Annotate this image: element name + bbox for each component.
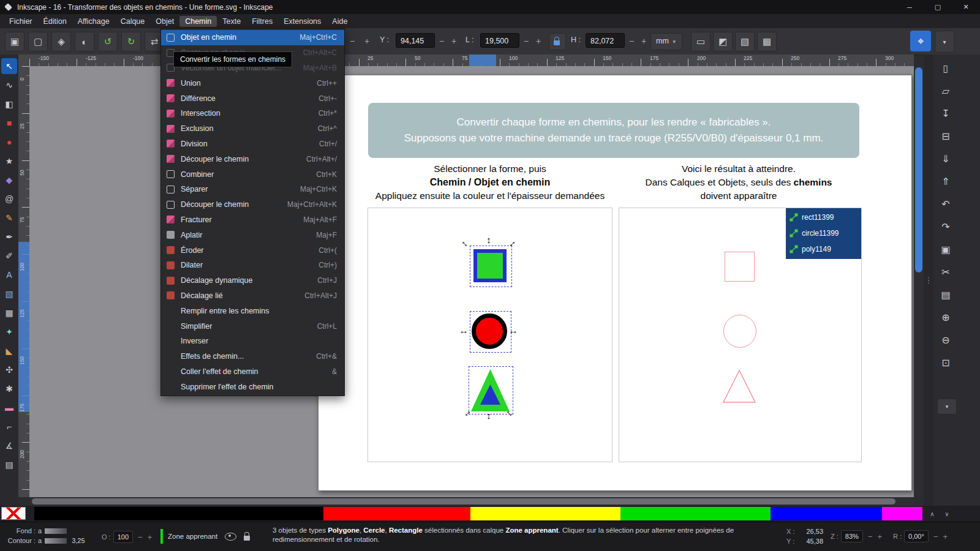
green-triangle-shape[interactable] bbox=[469, 367, 511, 413]
menu-item-exclusion-6[interactable]: ExclusionCtrl+^ bbox=[161, 121, 344, 137]
menu-texte[interactable]: Texte bbox=[217, 16, 246, 27]
snap-toggle-button[interactable]: ⌖ bbox=[910, 31, 931, 51]
scale-stroke-toggle[interactable]: ▭ bbox=[691, 32, 710, 51]
object-list-item-poly1149[interactable]: poly1149 bbox=[786, 241, 861, 257]
dock-collapse-button[interactable]: ▾ bbox=[937, 399, 957, 414]
menu-item-combiner-9[interactable]: CombinerCtrl+K bbox=[161, 167, 344, 182]
green-square-shape[interactable] bbox=[473, 249, 507, 282]
eraser-tool[interactable]: ▬ bbox=[1, 400, 17, 416]
height-decrement-button[interactable]: − bbox=[626, 33, 637, 49]
selector-tool[interactable]: ↖ bbox=[1, 58, 17, 74]
ellipse-tool[interactable]: ● bbox=[1, 134, 17, 150]
menu-dition[interactable]: Édition bbox=[38, 16, 72, 27]
result-square-outline[interactable] bbox=[725, 252, 755, 282]
menu-item-intersection-5[interactable]: IntersectionCtrl+* bbox=[161, 106, 344, 121]
zoom-decrement-button[interactable]: − bbox=[865, 532, 875, 541]
y-decrement-button[interactable]: − bbox=[436, 33, 447, 49]
palette-scroll-down[interactable]: ∨ bbox=[941, 508, 953, 520]
width-increment-button[interactable]: + bbox=[533, 33, 544, 49]
palette-swatch-black[interactable] bbox=[34, 507, 323, 520]
deselect-icon[interactable]: ▢ bbox=[28, 32, 48, 51]
pen-tool[interactable]: ✒ bbox=[1, 229, 17, 245]
zoom-increment-button[interactable]: + bbox=[875, 532, 884, 541]
measure-tool[interactable]: ∡ bbox=[1, 438, 17, 454]
horizontal-scrollbar[interactable] bbox=[29, 497, 914, 506]
copy-icon[interactable]: ▣ bbox=[937, 241, 954, 258]
height-increment-button[interactable]: + bbox=[638, 33, 649, 49]
scale-gradient-toggle[interactable]: ▧ bbox=[735, 32, 755, 51]
tweak-tool[interactable]: ✣ bbox=[1, 362, 17, 378]
result-triangle-outline[interactable] bbox=[722, 368, 757, 405]
palette-swatch-blue[interactable] bbox=[771, 507, 882, 520]
menu-item-simplifier-19[interactable]: SimplifierCtrl+L bbox=[161, 318, 344, 334]
snap-options-button[interactable]: ▾ bbox=[935, 31, 954, 53]
spray-tool[interactable]: ✱ bbox=[1, 381, 17, 397]
menu-aide[interactable]: Aide bbox=[326, 16, 353, 27]
layer-visibility-icon[interactable] bbox=[225, 533, 236, 541]
rotate-ccw-icon[interactable]: ↺ bbox=[98, 32, 118, 51]
menu-item-inverser-20[interactable]: Inverser bbox=[161, 334, 344, 349]
export-icon[interactable]: ⇑ bbox=[937, 173, 954, 190]
text-tool[interactable]: A bbox=[1, 267, 17, 283]
gradient-tool[interactable]: ▧ bbox=[1, 286, 17, 302]
menu-objet[interactable]: Objet bbox=[150, 16, 179, 27]
selection-handle-top-center[interactable]: ↕ bbox=[484, 234, 494, 244]
menu-item-coller-l-effet-de-chemin-22[interactable]: Coller l'effet de chemin& bbox=[161, 364, 344, 380]
connector-tool[interactable]: ⌐ bbox=[1, 419, 17, 435]
lock-ratio-toggle[interactable] bbox=[549, 33, 566, 50]
menu-item-d-calage-li-17[interactable]: Décalage liéCtrl+Alt+J bbox=[161, 288, 344, 304]
node-tool[interactable]: ∿ bbox=[1, 77, 17, 93]
menu-item-d-calage-dynamique-16[interactable]: Décalage dynamiqueCtrl+J bbox=[161, 273, 344, 288]
maximize-button[interactable]: ▢ bbox=[924, 0, 952, 14]
palette-swatch-green[interactable] bbox=[620, 507, 771, 520]
dock-resize-handle[interactable]: ⋮ bbox=[924, 54, 933, 506]
menu-chemin[interactable]: Chemin bbox=[179, 16, 217, 27]
mesh-gradient-tool[interactable]: ▦ bbox=[1, 305, 17, 321]
menu-item-effets-de-chemin-21[interactable]: Effets de chemin...Ctrl+& bbox=[161, 349, 344, 364]
zoom-page-icon[interactable]: ⊡ bbox=[937, 354, 954, 371]
stroke-swatch[interactable] bbox=[45, 538, 67, 544]
menu-item-union-3[interactable]: UnionCtrl++ bbox=[161, 75, 344, 91]
layer-name[interactable]: Zone apprenant bbox=[168, 533, 217, 540]
spiral-tool[interactable]: @ bbox=[1, 191, 17, 207]
red-circle-shape[interactable] bbox=[472, 313, 507, 349]
menu-item-s-parer-10[interactable]: SéparerMaj+Ctrl+K bbox=[161, 182, 344, 197]
save-icon[interactable]: ↧ bbox=[937, 105, 954, 122]
select-all-icon[interactable]: ▣ bbox=[5, 32, 24, 51]
import-icon[interactable]: ⇓ bbox=[937, 150, 954, 167]
scale-pattern-toggle[interactable]: ▦ bbox=[757, 32, 777, 51]
x-decrement-button[interactable]: − bbox=[347, 33, 358, 49]
menu-item-division-7[interactable]: DivisionCtrl+/ bbox=[161, 137, 344, 152]
menu-item-dilater-15[interactable]: DilaterCtrl+) bbox=[161, 258, 344, 273]
select-same-icon[interactable]: ◈ bbox=[51, 32, 71, 51]
dropper-tool[interactable]: ✦ bbox=[1, 324, 17, 340]
undo-icon[interactable]: ↶ bbox=[937, 195, 954, 212]
object-list-item-circle11399[interactable]: circle11399 bbox=[786, 225, 861, 241]
opacity-decrement-button[interactable]: − bbox=[135, 533, 145, 542]
menu-fichier[interactable]: Fichier bbox=[4, 16, 38, 27]
menu-extensions[interactable]: Extensions bbox=[278, 16, 326, 27]
height-input[interactable]: 82,072 bbox=[586, 33, 625, 48]
layer-lock-icon[interactable] bbox=[244, 536, 250, 541]
palette-swatch-red[interactable] bbox=[323, 507, 470, 520]
scale-corners-toggle[interactable]: ◩ bbox=[713, 32, 733, 51]
palette-swatch-yellow[interactable] bbox=[470, 507, 620, 520]
rotation-input[interactable]: 0,00° bbox=[904, 530, 929, 542]
vertical-scrollbar-thumb[interactable] bbox=[915, 67, 922, 272]
zoom-in-icon[interactable]: ⊕ bbox=[937, 309, 954, 326]
minimize-button[interactable]: ─ bbox=[895, 0, 924, 14]
paste-icon[interactable]: ▤ bbox=[937, 286, 954, 303]
fill-stroke-indicator[interactable]: Fond : a Contour : a 3,25 bbox=[4, 526, 85, 545]
width-input[interactable]: 19,500 bbox=[480, 33, 519, 48]
redo-icon[interactable]: ↷ bbox=[937, 218, 954, 235]
cut-icon[interactable]: ✂ bbox=[937, 263, 954, 280]
width-decrement-button[interactable]: − bbox=[521, 33, 532, 49]
shape-builder-tool[interactable]: ◧ bbox=[1, 96, 17, 112]
menu-item-d-couper-le-chemin-11[interactable]: Découper le cheminMaj+Ctrl+Alt+K bbox=[161, 197, 344, 212]
menu-item-objet-en-chemin-0[interactable]: Objet en cheminMaj+Ctrl+C bbox=[161, 30, 344, 45]
result-circle-outline[interactable] bbox=[723, 315, 756, 348]
x-increment-button[interactable]: + bbox=[361, 33, 372, 49]
menu-calque[interactable]: Calque bbox=[115, 16, 151, 27]
star-tool[interactable]: ★ bbox=[1, 153, 17, 169]
print-icon[interactable]: ⊟ bbox=[937, 127, 954, 144]
